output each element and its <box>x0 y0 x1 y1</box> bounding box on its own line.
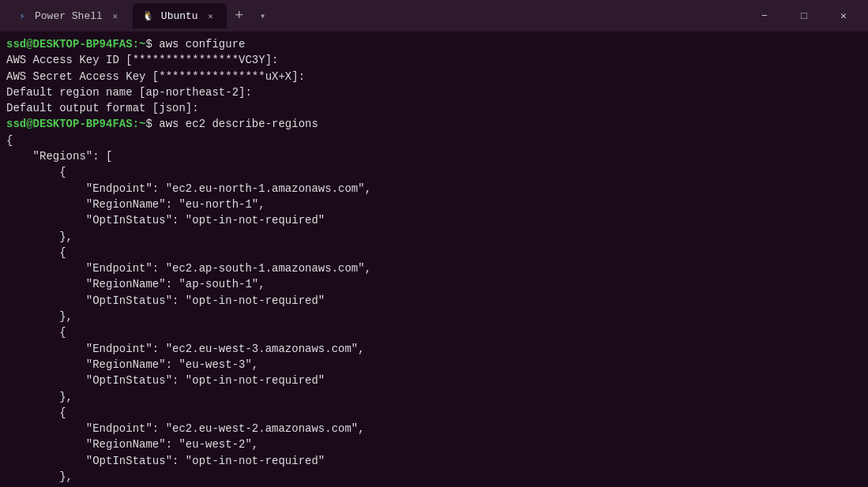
tab-dropdown-button[interactable]: ▾ <box>252 5 274 27</box>
tabs: ⚡ Power Shell ✕ 🐧 Ubuntu ✕ + ▾ <box>6 3 746 28</box>
terminal-content: ssd@DESKTOP-BP94FAS:~$ aws configure AWS… <box>6 36 862 487</box>
minimize-button[interactable]: − <box>746 3 783 28</box>
titlebar: ⚡ Power Shell ✕ 🐧 Ubuntu ✕ + ▾ − □ ✕ <box>0 0 868 32</box>
new-tab-button[interactable]: + <box>228 5 250 27</box>
maximize-button[interactable]: □ <box>786 3 822 28</box>
powershell-tab-close[interactable]: ✕ <box>109 9 122 22</box>
ubuntu-tab-close[interactable]: ✕ <box>205 9 217 22</box>
powershell-tab-icon: ⚡ <box>16 9 28 22</box>
close-button[interactable]: ✕ <box>825 3 862 28</box>
ubuntu-tab-label: Ubuntu <box>161 10 198 22</box>
powershell-tab-label: Power Shell <box>35 10 103 22</box>
terminal-body[interactable]: ssd@DESKTOP-BP94FAS:~$ aws configure AWS… <box>0 32 868 487</box>
ubuntu-tab-icon: 🐧 <box>142 9 155 22</box>
window-controls: − □ ✕ <box>746 3 862 28</box>
tab-ubuntu[interactable]: 🐧 Ubuntu ✕ <box>133 3 227 28</box>
tab-powershell[interactable]: ⚡ Power Shell ✕ <box>6 3 131 28</box>
